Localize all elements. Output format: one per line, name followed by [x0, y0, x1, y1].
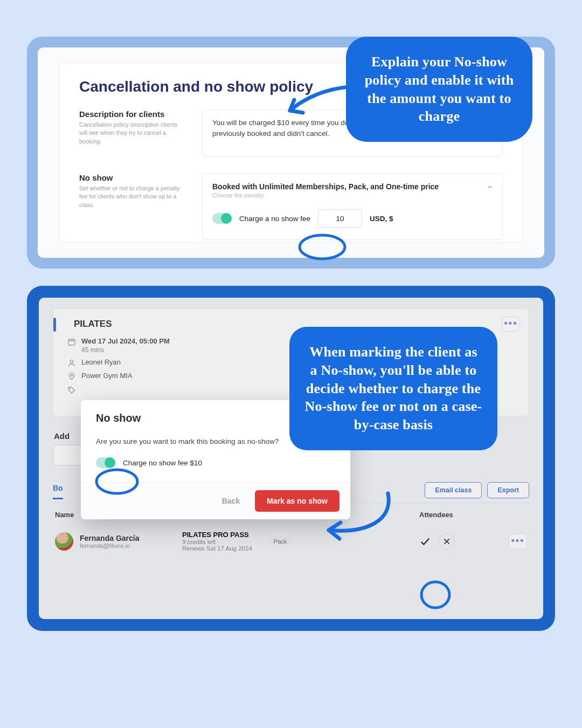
- annotation-bubble-1: Explain your No-show policy and enable i…: [350, 41, 528, 138]
- annotation-bubble-2: When marking the client as a No-show, yo…: [294, 331, 493, 446]
- description-label: Description for clients: [79, 109, 187, 119]
- noshow-label-col: No show Set whether or not to charge a p…: [79, 173, 187, 209]
- noshow-config-sub: Choose the penalty.: [212, 192, 493, 198]
- fee-currency: USD, $: [370, 215, 393, 223]
- modal-back-button[interactable]: Back: [214, 490, 247, 512]
- noshow-config-expander[interactable]: Booked with Unlimited Memberships, Pack,…: [202, 173, 503, 240]
- noshow-help: Set whether or not to charge a penalty f…: [79, 184, 187, 209]
- fee-row: Charge a no show fee 10 USD, $: [212, 209, 493, 228]
- description-label-col: Description for clients Cancellation pol…: [79, 109, 187, 146]
- fee-toggle-label: Charge a no show fee: [239, 215, 310, 223]
- annotation-circle-x: [418, 580, 453, 610]
- modal-fee-toggle[interactable]: [96, 457, 115, 468]
- chevron-up-icon: [486, 183, 494, 191]
- description-help: Cancellation policy description clients …: [79, 121, 187, 146]
- annotation-arrow-1: [280, 81, 372, 129]
- annotation-circle-fee: [295, 233, 349, 263]
- annotation-circle-toggle: [94, 467, 142, 496]
- noshow-label: No show: [79, 173, 187, 182]
- fee-amount-input[interactable]: 10: [318, 209, 362, 228]
- modal-fee-label: Charge no show fee $10: [123, 459, 202, 467]
- fee-toggle[interactable]: [212, 213, 232, 224]
- svg-point-5: [96, 470, 137, 493]
- noshow-config-title: Booked with Unlimited Memberships, Pack,…: [212, 182, 493, 191]
- modal-title: No show: [96, 412, 141, 424]
- noshow-row: No show Set whether or not to charge a p…: [79, 173, 503, 240]
- annotation-arrow-2: [318, 488, 410, 547]
- svg-point-4: [300, 235, 345, 259]
- svg-point-6: [421, 582, 449, 608]
